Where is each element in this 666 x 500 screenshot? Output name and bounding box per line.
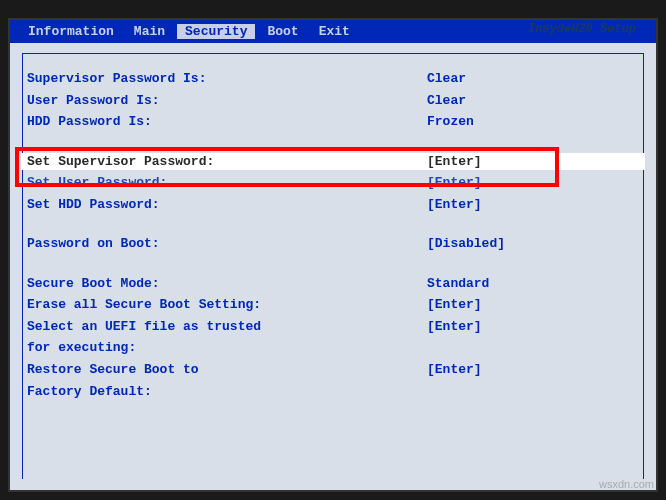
bios-screen: InsydeH20 Setup Information Main Securit… — [8, 18, 658, 492]
value-secure-boot-mode: Standard — [427, 275, 627, 293]
brand-bar: InsydeH20 Setup — [10, 22, 656, 38]
value-supervisor-password-is: Clear — [427, 70, 627, 88]
value-select-uefi-file: [Enter] — [427, 318, 627, 336]
label-set-user-password: Set User Password: — [27, 174, 427, 192]
watermark: wsxdn.com — [599, 478, 654, 490]
value-restore-secure-boot-cont — [427, 383, 627, 401]
row-select-uefi-file[interactable]: Select an UEFI file as trusted [Enter] — [27, 318, 639, 336]
row-supervisor-password-is: Supervisor Password Is: Clear — [27, 70, 639, 88]
row-restore-secure-boot-cont: Factory Default: — [27, 383, 639, 401]
row-password-on-boot[interactable]: Password on Boot: [Disabled] — [27, 235, 639, 253]
row-user-password-is: User Password Is: Clear — [27, 92, 639, 110]
value-user-password-is: Clear — [427, 92, 627, 110]
label-user-password-is: User Password Is: — [27, 92, 427, 110]
content-area: Supervisor Password Is: Clear User Passw… — [10, 43, 656, 489]
label-erase-secure-boot: Erase all Secure Boot Setting: — [27, 296, 427, 314]
row-secure-boot-mode[interactable]: Secure Boot Mode: Standard — [27, 275, 639, 293]
value-set-hdd-password: [Enter] — [427, 196, 627, 214]
label-select-uefi-file: Select an UEFI file as trusted — [27, 318, 427, 336]
label-select-uefi-file-cont: for executing: — [27, 339, 427, 357]
value-password-on-boot: [Disabled] — [427, 235, 627, 253]
label-secure-boot-mode: Secure Boot Mode: — [27, 275, 427, 293]
row-erase-secure-boot[interactable]: Erase all Secure Boot Setting: [Enter] — [27, 296, 639, 314]
gap — [27, 135, 639, 153]
label-hdd-password-is: HDD Password Is: — [27, 113, 427, 131]
row-set-hdd-password[interactable]: Set HDD Password: [Enter] — [27, 196, 639, 214]
label-supervisor-password-is: Supervisor Password Is: — [27, 70, 427, 88]
value-select-uefi-file-cont — [427, 339, 627, 357]
label-restore-secure-boot: Restore Secure Boot to — [27, 361, 427, 379]
brand-label: InsydeH20 Setup — [528, 22, 636, 36]
value-hdd-password-is: Frozen — [427, 113, 627, 131]
value-erase-secure-boot: [Enter] — [427, 296, 627, 314]
label-restore-secure-boot-cont: Factory Default: — [27, 383, 427, 401]
row-select-uefi-file-cont: for executing: — [27, 339, 639, 357]
value-set-user-password: [Enter] — [427, 174, 627, 192]
row-hdd-password-is: HDD Password Is: Frozen — [27, 113, 639, 131]
row-restore-secure-boot[interactable]: Restore Secure Boot to [Enter] — [27, 361, 639, 379]
label-password-on-boot: Password on Boot: — [27, 235, 427, 253]
gap — [27, 217, 639, 235]
value-restore-secure-boot: [Enter] — [427, 361, 627, 379]
label-set-supervisor-password: Set Supervisor Password: — [27, 153, 427, 171]
row-set-supervisor-password[interactable]: Set Supervisor Password: [Enter] — [21, 153, 645, 171]
gap — [27, 257, 639, 275]
label-set-hdd-password: Set HDD Password: — [27, 196, 427, 214]
row-set-user-password[interactable]: Set User Password: [Enter] — [27, 174, 639, 192]
value-set-supervisor-password: [Enter] — [427, 153, 627, 171]
inner-border: Supervisor Password Is: Clear User Passw… — [22, 53, 644, 479]
